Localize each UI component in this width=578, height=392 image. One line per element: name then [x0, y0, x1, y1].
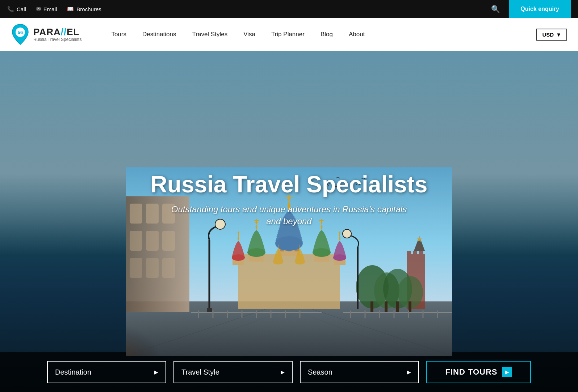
hero-title: Russia Travel Specialists — [151, 172, 428, 197]
nav-blog[interactable]: Blog — [313, 18, 341, 51]
nav-visa[interactable]: Visa — [235, 18, 263, 51]
main-nav: 56 PARA//EL Russia Travel Specialists To… — [0, 18, 578, 51]
svg-point-37 — [313, 248, 331, 257]
search-icon[interactable]: 🔍 — [482, 5, 509, 13]
nav-links: Tours Destinations Travel Styles Visa Tr… — [103, 18, 536, 51]
call-link[interactable]: 📞 Call — [7, 6, 26, 12]
top-bar: 📞 Call ✉ Email 📖 Brochures 🔍 Quick enqui… — [0, 0, 578, 18]
svg-rect-14 — [146, 231, 159, 251]
season-dropdown[interactable]: Season ▶ — [300, 361, 419, 383]
book-icon: 📖 — [67, 6, 74, 12]
svg-point-32 — [247, 248, 265, 257]
search-strip: Destination ▶ Travel Style ▶ Season ▶ FI… — [0, 352, 578, 392]
call-label: Call — [17, 6, 26, 12]
svg-rect-62 — [370, 301, 373, 312]
top-bar-left: 📞 Call ✉ Email 📖 Brochures — [7, 6, 482, 12]
svg-rect-53 — [407, 251, 411, 256]
logo-name: PARA//EL — [33, 27, 81, 37]
logo-text: PARA//EL Russia Travel Specialists — [33, 27, 81, 42]
svg-rect-63 — [385, 301, 388, 312]
email-label: Email — [43, 6, 57, 12]
hero-section: Russia Travel Specialists Outstanding to… — [0, 51, 578, 392]
destination-dropdown[interactable]: Destination ▶ — [47, 361, 166, 383]
destination-arrow-icon: ▶ — [154, 369, 158, 375]
phone-icon: 📞 — [7, 6, 14, 12]
nav-destinations[interactable]: Destinations — [134, 18, 184, 51]
find-tours-label: FIND TOURS — [445, 367, 497, 377]
svg-rect-15 — [162, 231, 175, 251]
svg-rect-10 — [130, 204, 142, 224]
svg-rect-13 — [130, 231, 142, 251]
season-arrow-icon: ▶ — [407, 369, 411, 375]
nav-tours[interactable]: Tours — [103, 18, 134, 51]
find-tours-arrow-icon: ▶ — [502, 367, 512, 377]
brochures-label: Brochures — [76, 6, 101, 12]
svg-rect-16 — [130, 258, 142, 278]
logo[interactable]: 56 PARA//EL Russia Travel Specialists — [11, 24, 81, 45]
chevron-down-icon: ▼ — [556, 32, 561, 38]
currency-label: USD — [542, 32, 554, 38]
svg-rect-55 — [419, 251, 423, 256]
svg-point-50 — [295, 259, 305, 264]
email-icon: ✉ — [36, 6, 41, 12]
destination-label: Destination — [55, 368, 91, 376]
travel-style-dropdown[interactable]: Travel Style ▶ — [173, 361, 293, 383]
svg-rect-17 — [146, 258, 159, 278]
quick-enquiry-button[interactable]: Quick enquiry — [509, 0, 571, 18]
svg-point-41 — [232, 254, 245, 261]
svg-rect-64 — [396, 301, 399, 312]
hero-content: Russia Travel Specialists Outstanding to… — [151, 172, 428, 228]
svg-point-67 — [343, 229, 351, 238]
svg-rect-54 — [413, 251, 417, 256]
svg-rect-18 — [162, 258, 175, 278]
travel-style-arrow-icon: ▶ — [281, 369, 285, 375]
nav-right: USD ▼ — [536, 29, 567, 41]
email-link[interactable]: ✉ Email — [36, 6, 57, 12]
season-label: Season — [308, 368, 332, 376]
nav-about[interactable]: About — [341, 18, 373, 51]
svg-text:56: 56 — [18, 30, 23, 35]
nav-travel-styles[interactable]: Travel Styles — [184, 18, 236, 51]
hero-subtitle: Outstanding tours and unique adventures … — [151, 203, 428, 228]
currency-selector[interactable]: USD ▼ — [536, 29, 567, 41]
svg-point-45 — [333, 254, 346, 261]
find-tours-button[interactable]: FIND TOURS ▶ — [426, 361, 531, 383]
brochures-link[interactable]: 📖 Brochures — [67, 6, 101, 12]
svg-rect-85 — [238, 293, 340, 301]
top-bar-right: 🔍 Quick enquiry — [482, 0, 571, 18]
logo-badge: 56 — [11, 24, 30, 45]
logo-slash: // — [61, 26, 67, 37]
nav-trip-planner[interactable]: Trip Planner — [263, 18, 313, 51]
logo-tagline: Russia Travel Specialists — [33, 37, 81, 42]
svg-rect-21 — [207, 308, 212, 312]
svg-point-48 — [273, 259, 283, 264]
travel-style-label: Travel Style — [181, 368, 219, 376]
